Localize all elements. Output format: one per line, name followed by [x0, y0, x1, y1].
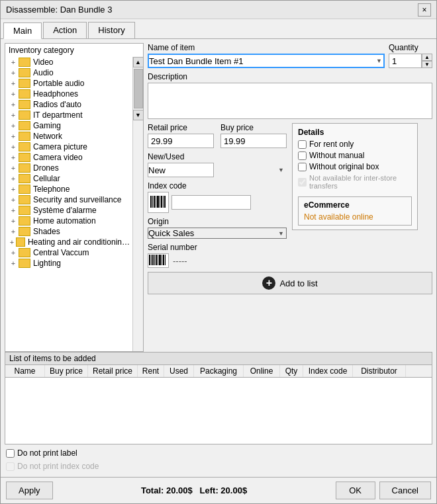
cancel-button[interactable]: Cancel	[379, 482, 431, 499]
retail-price-group: Retail price	[148, 123, 214, 148]
close-button[interactable]: ×	[418, 3, 431, 17]
svg-rect-6	[161, 196, 162, 208]
buy-price-label: Buy price	[220, 123, 287, 132]
serial-dashes: -----	[173, 256, 187, 266]
folder-icon-lighting	[19, 259, 30, 268]
scroll-thumb[interactable]	[134, 69, 143, 108]
scroll-up-btn[interactable]: ▲	[133, 57, 144, 67]
tree-item-gaming[interactable]: + Gaming	[5, 120, 132, 131]
expander-headphones: +	[8, 90, 19, 98]
tree-label-lighting: Lighting	[33, 259, 61, 268]
not-available-row: Not available for inter-store transfers	[298, 174, 412, 190]
tree-label-radios: Radios d'auto	[33, 100, 81, 109]
without-manual-row: Without manual	[298, 151, 412, 160]
scroll-down-btn[interactable]: ▼	[133, 110, 144, 120]
tree-item-heating[interactable]: + Heating and air conditionin…	[5, 237, 132, 247]
tree-item-security[interactable]: + Security and surveillance	[5, 194, 132, 205]
index-code-input[interactable]	[171, 195, 251, 210]
origin-select[interactable]: Quick Sales	[148, 228, 287, 239]
apply-button[interactable]: Apply	[6, 482, 53, 499]
svg-rect-12	[154, 255, 155, 265]
tree-item-portable-audio[interactable]: + Portable audio	[5, 78, 132, 89]
tree-label-camera-video: Camera video	[33, 153, 83, 162]
name-of-item-label: Name of item	[148, 43, 385, 52]
folder-icon-it	[19, 110, 30, 120]
description-textarea[interactable]	[148, 83, 432, 119]
without-manual-checkbox[interactable]	[298, 151, 307, 160]
expander-gaming: +	[8, 122, 19, 130]
tree-list: + Video + Audio + Portable audio	[5, 57, 132, 351]
tree-item-lighting[interactable]: + Lighting	[5, 258, 132, 269]
for-rent-label: For rent only	[309, 140, 354, 149]
new-used-select[interactable]: New Used	[148, 163, 214, 177]
quantity-label: Quantity	[389, 43, 432, 52]
retail-price-input[interactable]	[148, 134, 214, 148]
new-used-group: New/Used New Used	[148, 152, 287, 177]
list-section: List of items to be added Name Buy price…	[5, 352, 432, 444]
tree-item-alarme[interactable]: + Système d'alarme	[5, 205, 132, 216]
tree-item-it[interactable]: + IT department	[5, 110, 132, 120]
expander-audio: +	[8, 69, 19, 77]
add-to-list-button[interactable]: + Add to list	[148, 272, 432, 294]
name-wrapper: Test Dan Bundle Item #1	[148, 54, 385, 68]
for-rent-checkbox[interactable]	[298, 140, 307, 149]
index-code-group: Index code	[148, 181, 287, 213]
tree-item-home-automation[interactable]: + Home automation	[5, 216, 132, 226]
folder-icon-shades	[19, 227, 30, 236]
tree-item-shades[interactable]: + Shades	[5, 226, 132, 237]
name-of-item-select[interactable]: Test Dan Bundle Item #1	[148, 54, 385, 68]
qty-down-arrow[interactable]: ▼	[422, 61, 432, 68]
tree-item-network[interactable]: + Network	[5, 131, 132, 142]
tab-action[interactable]: Action	[43, 22, 87, 38]
new-used-wrapper: New Used	[148, 163, 287, 177]
tree-item-audio[interactable]: + Audio	[5, 67, 132, 78]
tree-item-camera-video[interactable]: + Camera video	[5, 152, 132, 163]
tree-scroll-wrapper: + Video + Audio + Portable audio	[5, 57, 143, 351]
do-not-print-index-checkbox	[6, 462, 15, 471]
not-available-label: Not available for inter-store transfers	[309, 174, 402, 190]
svg-rect-7	[163, 196, 164, 208]
col-header-qty: Qty	[280, 365, 303, 377]
do-not-print-label-checkbox[interactable]	[6, 449, 15, 458]
expander-heating: +	[8, 238, 16, 246]
tab-history[interactable]: History	[88, 22, 134, 38]
quantity-input[interactable]	[389, 54, 422, 68]
tree-item-central-vaccum[interactable]: + Central Vaccum	[5, 247, 132, 258]
without-box-checkbox[interactable]	[298, 163, 307, 171]
tree-label-central-vaccum: Central Vaccum	[33, 248, 89, 257]
tree-item-headphones[interactable]: + Headphones	[5, 89, 132, 99]
for-rent-row: For rent only	[298, 140, 412, 149]
window-title: Disassemble: Dan Bundle 3	[6, 5, 112, 15]
serial-number-label: Serial number	[148, 243, 287, 252]
footer-checks: Do not print label Do not print index co…	[1, 444, 436, 477]
tree-label-alarme: Système d'alarme	[33, 206, 97, 215]
ecommerce-status: Not available online	[304, 212, 406, 222]
tree-item-drones[interactable]: + Drones	[5, 163, 132, 173]
tree-item-radios[interactable]: + Radios d'auto	[5, 99, 132, 110]
svg-rect-17	[163, 255, 164, 265]
ok-button[interactable]: OK	[336, 482, 375, 499]
buy-price-input[interactable]	[220, 134, 287, 148]
right-panel: Name of item Test Dan Bundle Item #1 Qua…	[148, 43, 432, 352]
total-label: Total: 20.00$	[141, 485, 193, 495]
new-used-label: New/Used	[148, 152, 287, 161]
tree-label-headphones: Headphones	[33, 89, 78, 99]
qty-up-arrow[interactable]: ▲	[422, 54, 432, 61]
serial-barcode-icon	[148, 253, 169, 268]
buy-price-group: Buy price	[220, 123, 287, 148]
folder-icon-drones	[19, 163, 30, 173]
folder-icon-network	[19, 132, 30, 141]
details-box: Details For rent only Without manual Wit…	[292, 123, 418, 230]
quantity-spinner: ▲ ▼	[389, 54, 432, 68]
tree-item-telephone[interactable]: + Telephone	[5, 184, 132, 194]
svg-rect-5	[160, 196, 160, 208]
expander-portable-audio: +	[8, 79, 19, 87]
col-header-name: Name	[5, 365, 45, 377]
col-header-online: Online	[244, 365, 280, 377]
tree-item-camera-picture[interactable]: + Camera picture	[5, 142, 132, 152]
tree-item-video[interactable]: + Video	[5, 57, 132, 67]
tab-main[interactable]: Main	[3, 22, 42, 39]
inventory-category-label: Inventory category	[5, 44, 143, 57]
tree-item-cellular[interactable]: + Cellular	[5, 173, 132, 184]
do-not-print-index-row: Do not print index code	[6, 462, 431, 471]
